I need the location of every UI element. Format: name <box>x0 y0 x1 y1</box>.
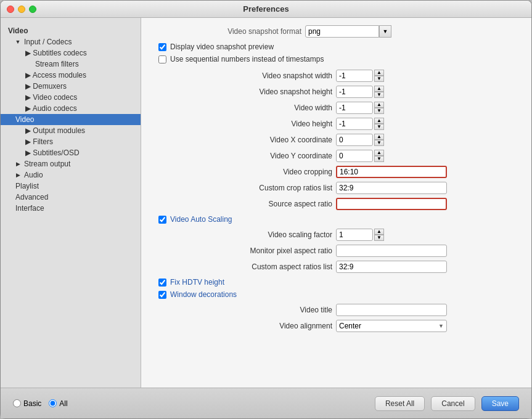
stepper-down[interactable]: ▼ <box>374 235 384 241</box>
sequential-numbers-checkbox[interactable] <box>158 55 166 63</box>
sidebar-item-access-modules[interactable]: ▶ Access modules <box>1 70 141 81</box>
snapshot-height-stepper: ▲ ▼ <box>374 86 384 98</box>
sidebar-item-filters[interactable]: ▶ Filters <box>1 136 141 147</box>
video-y-coord-input[interactable] <box>336 150 373 162</box>
video-height-input[interactable] <box>336 118 373 130</box>
bottom-buttons: Reset All Cancel Save <box>375 396 519 411</box>
display-snapshot-preview-row: Display video snapshot preview <box>158 43 519 51</box>
source-aspect-ratio-input[interactable] <box>336 198 447 210</box>
fix-hdtv-checkbox[interactable] <box>158 279 166 287</box>
arrow-icon: ▶ <box>15 161 20 166</box>
video-height-label: Video height <box>153 120 332 128</box>
display-snapshot-preview-checkbox[interactable] <box>158 43 166 51</box>
snapshot-height-label: Video snapshot height <box>153 87 332 96</box>
source-aspect-ratio-row: Source aspect ratio <box>153 198 519 210</box>
sidebar-label: Audio <box>24 171 43 179</box>
stepper-up[interactable]: ▲ <box>374 70 384 76</box>
source-aspect-ratio-label: Source aspect ratio <box>153 200 332 208</box>
snapshot-width-input[interactable] <box>336 70 373 82</box>
video-cropping-input[interactable] <box>336 166 447 178</box>
stepper-down[interactable]: ▼ <box>374 140 384 146</box>
stepper-down[interactable]: ▼ <box>374 92 384 98</box>
stepper-down[interactable]: ▼ <box>374 76 384 82</box>
video-auto-scaling-label: Video Auto Scaling <box>170 215 232 224</box>
custom-aspect-ratios-input[interactable] <box>336 261 447 273</box>
custom-aspect-ratios-label: Custom aspect ratios list <box>153 262 332 271</box>
stepper-down[interactable]: ▼ <box>374 156 384 162</box>
video-cropping-label: Video cropping <box>153 168 332 176</box>
reset-all-button[interactable]: Reset All <box>375 396 425 411</box>
monitor-pixel-aspect-input[interactable] <box>336 245 447 257</box>
sidebar-item-subtitles-codecs[interactable]: ▶ Subtitles codecs <box>1 47 141 59</box>
video-x-stepper: ▲ ▼ <box>374 134 384 146</box>
sidebar-item-stream-output[interactable]: ▶ Stream output <box>1 158 141 169</box>
sidebar-item-video-codecs[interactable]: ▶ Video codecs <box>1 92 141 103</box>
radio-all-input[interactable] <box>49 399 57 407</box>
arrow-icon: ▼ <box>15 39 20 44</box>
sidebar-item-input-codecs[interactable]: ▼ Input / Codecs <box>1 36 141 47</box>
stepper-up[interactable]: ▲ <box>374 229 384 235</box>
video-x-coord-row: Video X coordinate ▲ ▼ <box>153 134 519 146</box>
sidebar-label: Playlist <box>15 182 39 190</box>
radio-group: Basic All <box>13 399 68 408</box>
video-alignment-dropdown[interactable]: Center ▼ <box>336 320 447 332</box>
window-decorations-row: Window decorations <box>158 290 519 299</box>
stepper-up[interactable]: ▲ <box>374 118 384 124</box>
custom-crop-ratios-input[interactable] <box>336 182 447 194</box>
stepper-up[interactable]: ▲ <box>374 86 384 92</box>
sidebar-item-subtitles-osd[interactable]: ▶ Subtitles/OSD <box>1 147 141 158</box>
fix-hdtv-label: Fix HDTV height <box>170 278 224 287</box>
close-button[interactable] <box>7 6 14 13</box>
stepper-up[interactable]: ▲ <box>374 150 384 156</box>
video-title-input[interactable] <box>336 304 447 316</box>
stepper-up[interactable]: ▲ <box>374 134 384 140</box>
titlebar: Preferences <box>1 1 531 18</box>
video-alignment-value: Center <box>339 322 361 330</box>
video-alignment-label: Video alignment <box>153 322 332 330</box>
sidebar-item-interface[interactable]: Interface <box>1 203 141 214</box>
sidebar-item-output-modules[interactable]: ▶ Output modules <box>1 125 141 136</box>
video-title-label: Video title <box>153 306 332 314</box>
maximize-button[interactable] <box>29 6 36 13</box>
snapshot-height-row: Video snapshot height ▲ ▼ <box>153 86 519 98</box>
snapshot-width-label: Video snapshot width <box>153 71 332 80</box>
video-auto-scaling-checkbox[interactable] <box>158 216 166 224</box>
minimize-button[interactable] <box>18 6 25 13</box>
arrow-icon: ▶ <box>25 148 31 157</box>
sidebar-item-stream-filters[interactable]: Stream filters <box>1 59 141 70</box>
stepper-down[interactable]: ▼ <box>374 124 384 130</box>
video-scaling-factor-row: Video scaling factor ▲ ▼ <box>153 229 519 241</box>
sidebar-item-demuxers[interactable]: ▶ Demuxers <box>1 81 141 92</box>
custom-crop-ratios-row: Custom crop ratios list <box>153 182 519 194</box>
cancel-button[interactable]: Cancel <box>431 396 475 411</box>
sequential-numbers-label: Use sequential numbers instead of timest… <box>170 55 324 63</box>
sidebar-label: Advanced <box>15 193 48 201</box>
window-decorations-checkbox[interactable] <box>158 291 166 299</box>
video-x-coord-input[interactable] <box>336 134 373 146</box>
snapshot-width-stepper: ▲ ▼ <box>374 70 384 82</box>
bottom-bar: Basic All Reset All Cancel Save <box>1 388 531 418</box>
sidebar-item-playlist[interactable]: Playlist <box>1 181 141 192</box>
sequential-numbers-row: Use sequential numbers instead of timest… <box>158 55 519 63</box>
radio-basic-input[interactable] <box>13 399 21 407</box>
snapshot-format-input[interactable] <box>305 25 379 38</box>
stepper-down[interactable]: ▼ <box>374 108 384 114</box>
snapshot-height-input[interactable] <box>336 86 373 98</box>
sidebar-item-audio-codecs[interactable]: ▶ Audio codecs <box>1 103 141 114</box>
video-width-input[interactable] <box>336 102 373 114</box>
sidebar-item-video[interactable]: Video <box>1 114 141 125</box>
video-scaling-factor-input[interactable] <box>336 229 373 241</box>
snapshot-format-dropdown-btn[interactable]: ▼ <box>379 25 391 38</box>
monitor-pixel-aspect-label: Monitor pixel aspect ratio <box>153 246 332 255</box>
arrow-icon: ▶ <box>25 137 31 146</box>
video-scaling-factor-label: Video scaling factor <box>153 230 332 239</box>
snapshot-format-row: Video snapshot format ▼ <box>153 25 519 38</box>
sidebar: Video ▼ Input / Codecs ▶ Subtitles codec… <box>1 18 141 388</box>
sidebar-item-audio[interactable]: ▶ Audio <box>1 169 141 181</box>
save-button[interactable]: Save <box>481 396 519 411</box>
arrow-icon: ▶ <box>25 49 31 57</box>
snapshot-width-row: Video snapshot width ▲ ▼ <box>153 70 519 82</box>
sidebar-item-advanced[interactable]: Advanced <box>1 192 141 203</box>
stepper-up[interactable]: ▲ <box>374 102 384 108</box>
fix-hdtv-row: Fix HDTV height <box>158 278 519 287</box>
